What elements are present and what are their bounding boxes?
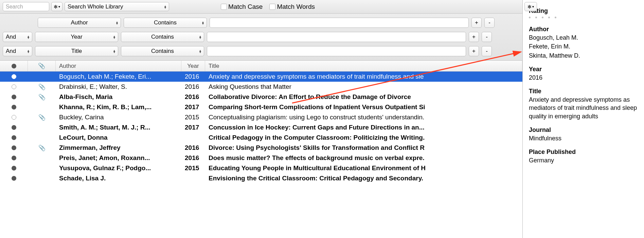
table-row[interactable]: Preis, Janet; Amon, Roxann...2016Does mu… <box>0 153 522 163</box>
paperclip-icon: 📎 <box>38 83 46 91</box>
place-label: Place Published <box>529 148 638 156</box>
table-row[interactable]: Smith, A. M.; Stuart, M. J.; R...2017Con… <box>0 122 522 133</box>
details-panel: Rating Author Bogusch, Leah M. Fekete, E… <box>523 0 644 238</box>
column-attachment[interactable]: 📎 <box>28 61 56 71</box>
read-status-icon <box>12 105 16 110</box>
filter-row: And▴▾Year▴▾Contains▴▾+- <box>0 30 522 44</box>
read-status-icon <box>12 156 16 160</box>
author-value-3: Skinta, Matthew D. <box>529 52 638 60</box>
table-row[interactable]: Schade, Lisa J.Envisioning the Critical … <box>0 173 522 183</box>
table-row[interactable]: LeCourt, DonnaCritical Pedagogy in the C… <box>0 133 522 143</box>
read-status-icon <box>12 74 16 79</box>
journal-value: Mindfulness <box>529 134 638 142</box>
scope-label: Search Whole Library <box>68 3 123 10</box>
remove-filter-button[interactable]: - <box>482 32 492 42</box>
author-cell: Buckley, Carina <box>56 114 181 121</box>
author-label: Author <box>529 26 638 33</box>
match-words-checkbox[interactable]: Match Words <box>269 3 315 11</box>
author-cell: Zimmerman, Jeffrey <box>56 144 181 152</box>
filter-rows: Author▴▾Contains▴▾+-And▴▾Year▴▾Contains▴… <box>0 14 522 61</box>
year-cell: 2016 <box>181 154 205 162</box>
table-row[interactable]: Yusupova, Gulnaz F.; Podgo...2015Educati… <box>0 163 522 173</box>
title-cell: Conceptualising plagiarism: using Lego t… <box>205 114 522 121</box>
author-cell: Smith, A. M.; Stuart, M. J.; R... <box>56 124 181 131</box>
author-value-2: Fekete, Erin M. <box>529 42 638 51</box>
bool-select[interactable]: And▴▾ <box>3 32 32 42</box>
remove-filter-button[interactable]: - <box>482 46 492 56</box>
add-filter-button[interactable]: + <box>469 32 479 42</box>
author-cell: Khanna, R.; Kim, R. B.; Lam,... <box>56 103 181 111</box>
column-year[interactable]: Year <box>181 61 205 71</box>
operator-select[interactable]: Contains▴▾ <box>124 18 207 28</box>
column-title[interactable]: Title <box>205 61 522 71</box>
read-status-icon <box>12 176 16 181</box>
journal-label: Journal <box>529 126 638 134</box>
operator-select[interactable]: Contains▴▾ <box>121 32 204 42</box>
paperclip-icon: 📎 <box>38 94 46 101</box>
operator-select[interactable]: Contains▴▾ <box>121 46 204 56</box>
table-row[interactable]: Bogusch, Leah M.; Fekete, Eri...2016Anxi… <box>0 72 522 82</box>
dot-icon <box>12 64 16 68</box>
add-filter-button[interactable]: + <box>469 46 479 56</box>
gear-button-right[interactable]: ✻ ▾ <box>524 2 537 11</box>
paperclip-icon: 📎 <box>38 114 46 121</box>
table-row[interactable]: 📎Alba-Fisch, Maria2016Collaborative Divo… <box>0 92 522 102</box>
place-value: Germany <box>529 156 638 164</box>
author-cell: Drabinski, E.; Walter, S. <box>56 83 181 91</box>
search-scope-select[interactable]: Search Whole Library ▴▾ <box>65 2 169 11</box>
title-cell: Concussion in Ice Hockey: Current Gaps a… <box>205 124 522 131</box>
year-cell: 2016 <box>181 83 205 91</box>
read-status-icon <box>12 84 16 89</box>
author-cell: Yusupova, Gulnaz F.; Podgo... <box>56 164 181 172</box>
table-row[interactable]: 📎Drabinski, E.; Walter, S.2016Asking Que… <box>0 82 522 92</box>
year-cell: 2016 <box>181 73 205 80</box>
year-cell: 2016 <box>181 144 205 152</box>
gear-button-left[interactable]: ✻ ▾ <box>51 2 62 11</box>
paperclip-icon: 📎 <box>38 62 45 70</box>
filter-value-input[interactable] <box>210 18 469 28</box>
table-row[interactable]: 📎Zimmerman, Jeffrey2016Divorce: Using Ps… <box>0 143 522 153</box>
filter-value-input[interactable] <box>207 46 466 56</box>
year-value: 2016 <box>529 74 638 82</box>
filter-row: And▴▾Title▴▾Contains▴▾+- <box>0 44 522 58</box>
filter-value-input[interactable] <box>207 32 466 42</box>
table-row[interactable]: 📎Buckley, Carina2015Conceptualising plag… <box>0 112 522 122</box>
match-case-checkbox[interactable]: Match Case <box>221 3 263 11</box>
title-cell: Collaborative Divorce: An Effort to Redu… <box>205 93 522 101</box>
year-cell: 2016 <box>181 93 205 101</box>
field-select[interactable]: Title▴▾ <box>35 46 118 56</box>
year-cell: 2017 <box>181 103 205 111</box>
year-cell: 2015 <box>181 164 205 172</box>
table-row[interactable]: Khanna, R.; Kim, R. B.; Lam,...2017Compa… <box>0 102 522 112</box>
table-header: 📎 Author Year Title <box>0 61 522 72</box>
year-cell: 2017 <box>181 124 205 131</box>
column-read[interactable] <box>0 61 28 71</box>
checkbox-icon <box>269 4 275 10</box>
field-select[interactable]: Author▴▾ <box>38 18 121 28</box>
title-cell: Divorce: Using Psychologists' Skills for… <box>205 144 522 152</box>
add-filter-button[interactable]: + <box>471 18 482 28</box>
author-value-1: Bogusch, Leah M. <box>529 34 638 42</box>
remove-filter-button[interactable]: - <box>484 18 495 28</box>
rating-dots[interactable] <box>529 17 638 18</box>
top-toolbar: ✻ ▾ Search Whole Library ▴▾ Match Case M… <box>0 0 522 14</box>
author-cell: Alba-Fisch, Maria <box>56 93 181 101</box>
bool-select[interactable]: And▴▾ <box>3 46 32 56</box>
search-input[interactable] <box>3 2 49 11</box>
title-cell: Envisioning the Critical Classroom: Crit… <box>205 175 522 182</box>
title-cell: Asking Questions that Matter <box>205 83 522 91</box>
title-cell: Critical Pedagogy in the Computer Classr… <box>205 134 522 141</box>
table-body: Bogusch, Leah M.; Fekete, Eri...2016Anxi… <box>0 72 522 238</box>
year-cell: 2015 <box>181 114 205 121</box>
year-label: Year <box>529 66 638 73</box>
chevron-down-icon: ▾ <box>58 5 60 8</box>
chevron-down-icon: ▾ <box>532 5 534 8</box>
field-select[interactable]: Year▴▾ <box>35 32 118 42</box>
updown-icon: ▴▾ <box>164 5 166 8</box>
read-status-icon <box>12 145 16 150</box>
author-cell: Preis, Janet; Amon, Roxann... <box>56 154 181 162</box>
author-cell: LeCourt, Donna <box>56 134 181 141</box>
title-cell: Anxiety and depressive symptoms as media… <box>205 73 522 80</box>
gear-icon: ✻ <box>54 4 58 9</box>
column-author[interactable]: Author <box>56 61 181 71</box>
